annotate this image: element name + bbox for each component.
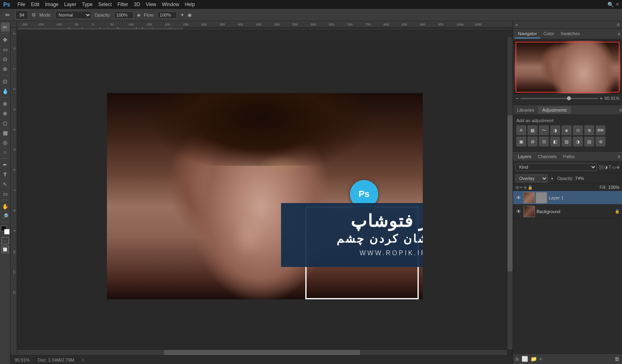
menu-type[interactable]: Type — [82, 2, 93, 7]
brush-tool-btn[interactable]: ✏ — [1, 23, 10, 32]
pixel-filter-icon[interactable]: ⬛ — [599, 165, 603, 169]
flow-input[interactable] — [158, 11, 177, 19]
tab-swatches[interactable]: Swatches — [557, 30, 583, 38]
canvas-container[interactable]: Ps در فتوشاپ درخشان کردن چشم WWW.ROPIK.I… — [17, 37, 513, 355]
zoom-tool-btn[interactable]: 🔎 — [1, 212, 10, 220]
lasso-tool-btn[interactable]: ⊙ — [1, 55, 10, 63]
horizontal-scrollbar[interactable] — [17, 349, 507, 355]
magic-wand-btn[interactable]: ⊛ — [1, 64, 10, 73]
brightness-contrast-icon[interactable]: ☀ — [516, 125, 526, 135]
gradient-btn[interactable]: ▦ — [1, 128, 10, 137]
opacity-dropdown-arrow[interactable]: ▾ — [551, 176, 553, 181]
menu-filter[interactable]: Filter — [117, 2, 128, 7]
hue-sat-icon[interactable]: ⊙ — [573, 125, 583, 135]
panel-collapse-left[interactable]: « — [515, 23, 518, 27]
vertical-scrollbar[interactable] — [507, 37, 513, 349]
menu-select[interactable]: Select — [98, 2, 112, 7]
move-tool-btn[interactable]: ✥ — [1, 35, 10, 44]
navigator-thumbnail[interactable] — [515, 41, 620, 93]
search-icon[interactable]: 🔍 — [607, 2, 614, 8]
arrow-btn[interactable]: › — [82, 357, 84, 363]
lock-position-icon[interactable]: ⊞ — [515, 185, 519, 190]
lock-artboard-icon[interactable]: ⊕ — [524, 185, 527, 190]
posterize-icon[interactable]: ▥ — [562, 137, 571, 146]
color-lookup-icon[interactable]: ⊟ — [539, 137, 549, 146]
panel-options-icon[interactable]: ≡ — [618, 32, 620, 36]
text-tool-btn[interactable]: T — [1, 170, 10, 179]
menu-window[interactable]: Window — [162, 2, 179, 7]
lock-paint-icon[interactable]: ✏ — [520, 185, 523, 190]
tab-channels[interactable]: Channels — [535, 153, 560, 160]
opacity-input[interactable] — [114, 11, 134, 19]
create-layer-btn[interactable]: + — [539, 356, 543, 362]
selective-color-icon[interactable]: ⊗ — [596, 137, 605, 146]
airbrush-icon[interactable]: ✦ — [180, 12, 184, 18]
dodge-btn[interactable]: ○ — [1, 148, 10, 157]
brush-settings-icon[interactable]: ⚙ — [32, 12, 36, 18]
tab-paths[interactable]: Paths — [560, 153, 578, 160]
layer-filter-dropdown[interactable]: Kind — [515, 163, 597, 171]
smart-filter-icon[interactable]: ⊕ — [616, 165, 620, 169]
shape-tool-btn[interactable]: ▭ — [1, 189, 10, 198]
color-picker[interactable] — [1, 226, 10, 235]
eraser-btn[interactable]: ◻ — [1, 119, 10, 127]
mode-dropdown[interactable]: Normal Multiply Screen Overlay — [55, 11, 92, 19]
bw-icon[interactable]: BW — [596, 125, 605, 135]
photo-filter-icon[interactable]: ▣ — [516, 137, 526, 146]
screen-mode-btn[interactable]: ⬜ — [2, 246, 9, 253]
layer-item-layer1[interactable]: 👁 Layer 1 — [513, 191, 622, 205]
menu-help[interactable]: Help — [185, 2, 195, 7]
color-balance-icon[interactable]: ⊕ — [584, 125, 594, 135]
tab-libraries[interactable]: Libraries — [513, 106, 538, 114]
layer-item-background[interactable]: 👁 Background 🔒 — [513, 205, 622, 218]
shape-filter-icon[interactable]: ▭ — [612, 165, 616, 169]
menu-3d[interactable]: 3D — [134, 2, 140, 7]
blend-mode-dropdown[interactable]: Overlay Normal Multiply Screen — [515, 174, 548, 182]
menu-layer[interactable]: Layer — [64, 2, 77, 7]
menu-view[interactable]: View — [146, 2, 156, 7]
curves-icon[interactable]: 〜 — [539, 125, 549, 135]
marquee-tool-btn[interactable]: ▭ — [1, 45, 10, 54]
healing-brush-btn[interactable]: ⊕ — [1, 99, 10, 108]
levels-icon[interactable]: ▦ — [528, 125, 537, 135]
panel-menu-icon[interactable]: ≡ — [617, 22, 620, 28]
type-filter-icon[interactable]: T — [609, 165, 611, 169]
add-mask-btn[interactable]: ⬜ — [522, 356, 528, 362]
fx-button[interactable]: fx — [515, 357, 519, 362]
adjustment-filter-icon[interactable]: ◑ — [604, 165, 608, 169]
zoom-in-btn[interactable]: + — [600, 95, 603, 102]
pen-tool-btn[interactable]: ✒ — [1, 160, 10, 169]
tab-color[interactable]: Color — [540, 30, 557, 38]
hand-tool-btn[interactable]: ✋ — [1, 202, 10, 211]
invert-icon[interactable]: ◧ — [550, 137, 560, 146]
menu-image[interactable]: Image — [45, 2, 58, 7]
adj-options-icon[interactable]: ≡ — [620, 108, 622, 112]
eyedropper-btn[interactable]: 💧 — [1, 87, 10, 95]
pressure-opacity-icon[interactable]: ◈ — [137, 12, 141, 18]
smoothing-icon[interactable]: ◉ — [187, 12, 192, 18]
zoom-slider[interactable] — [520, 98, 598, 99]
clone-stamp-btn[interactable]: ⊕ — [1, 109, 10, 118]
tab-layers[interactable]: Layers — [515, 153, 535, 160]
zoom-out-btn[interactable]: − — [515, 95, 519, 102]
layers-options-icon[interactable]: ≡ — [618, 154, 620, 159]
channel-mixer-icon[interactable]: ⊞ — [528, 137, 537, 146]
menu-file[interactable]: File — [17, 2, 25, 7]
menu-edit[interactable]: Edit — [31, 2, 39, 7]
threshold-icon[interactable]: ◑ — [573, 137, 583, 146]
crop-tool-btn[interactable]: ⊡ — [1, 77, 10, 86]
delete-layer-btn[interactable]: 🗑 — [614, 356, 620, 362]
opacity-value-layers[interactable]: 74% — [575, 176, 584, 181]
tab-navigator[interactable]: Navigator — [515, 30, 540, 38]
path-select-btn[interactable]: ↖ — [1, 180, 10, 188]
vibrance-icon[interactable]: ◈ — [562, 125, 571, 135]
quick-mask-btn[interactable]: ○ — [2, 237, 9, 244]
blur-btn[interactable]: ◎ — [1, 138, 10, 147]
bg-visibility-icon[interactable]: 👁 — [515, 208, 522, 215]
exposure-icon[interactable]: ◑ — [550, 125, 560, 135]
fill-value[interactable]: 100% — [608, 185, 620, 190]
gradient-map-icon[interactable]: ▤ — [584, 137, 594, 146]
workspace-icon[interactable]: ≡ — [616, 2, 619, 8]
layer1-visibility-icon[interactable]: 👁 — [515, 195, 522, 201]
lock-all-icon[interactable]: 🔒 — [528, 185, 533, 190]
